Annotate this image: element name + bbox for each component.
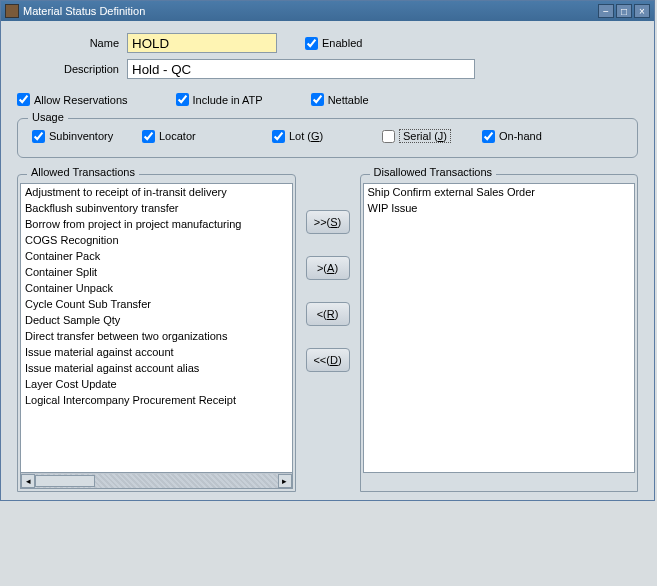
content-area: Name Enabled Description Allow Reservati… [1, 21, 654, 500]
list-item[interactable]: Ship Confirm external Sales Order [364, 184, 635, 200]
list-item[interactable]: Direct transfer between two organization… [21, 328, 292, 344]
allowed-hscroll[interactable]: ◂ ▸ [20, 473, 293, 489]
maximize-button[interactable]: □ [616, 4, 632, 18]
shuttle-buttons: >>(S) >(A) <(R) <<(D) [304, 174, 352, 492]
onhand-checkbox[interactable]: On-hand [482, 130, 592, 143]
allowed-legend: Allowed Transactions [27, 166, 139, 178]
usage-fieldset: Usage Subinventory Locator Lot (G) Seria… [17, 118, 638, 158]
description-label: Description [17, 63, 127, 75]
scroll-left-icon[interactable]: ◂ [21, 474, 35, 488]
scroll-right-icon[interactable]: ▸ [278, 474, 292, 488]
allowed-transactions-list[interactable]: Adjustment to receipt of in-transit deli… [20, 183, 293, 473]
nettable-checkbox[interactable]: Nettable [311, 93, 369, 106]
list-item[interactable]: Layer Cost Update [21, 376, 292, 392]
move-all-right-button[interactable]: >>(S) [306, 210, 350, 234]
list-item[interactable]: Backflush subinventory transfer [21, 200, 292, 216]
allow-reservations-checkbox[interactable]: Allow Reservations [17, 93, 128, 106]
name-label: Name [17, 37, 127, 49]
disallowed-legend: Disallowed Transactions [370, 166, 497, 178]
allowed-transactions-panel: Allowed Transactions Adjustment to recei… [17, 174, 296, 492]
list-item[interactable]: Issue material against account alias [21, 360, 292, 376]
move-one-left-button[interactable]: <(R) [306, 302, 350, 326]
disallowed-transactions-list[interactable]: Ship Confirm external Sales OrderWIP Iss… [363, 183, 636, 473]
list-item[interactable]: Deduct Sample Qty [21, 312, 292, 328]
list-item[interactable]: Logical Intercompany Procurement Receipt [21, 392, 292, 408]
include-atp-checkbox[interactable]: Include in ATP [176, 93, 263, 106]
minimize-button[interactable]: − [598, 4, 614, 18]
enabled-checkbox[interactable]: Enabled [305, 37, 362, 50]
list-item[interactable]: WIP Issue [364, 200, 635, 216]
list-item[interactable]: Issue material against account [21, 344, 292, 360]
list-item[interactable]: Container Pack [21, 248, 292, 264]
list-item[interactable]: Cycle Count Sub Transfer [21, 296, 292, 312]
list-item[interactable]: Adjustment to receipt of in-transit deli… [21, 184, 292, 200]
list-item[interactable]: Container Unpack [21, 280, 292, 296]
description-input[interactable] [127, 59, 475, 79]
serial-checkbox[interactable]: Serial (J) [382, 129, 482, 143]
disallowed-transactions-panel: Disallowed Transactions Ship Confirm ext… [360, 174, 639, 492]
locator-checkbox[interactable]: Locator [142, 130, 272, 143]
move-all-left-button[interactable]: <<(D) [306, 348, 350, 372]
list-item[interactable]: COGS Recognition [21, 232, 292, 248]
list-item[interactable]: Container Split [21, 264, 292, 280]
titlebar: Material Status Definition − □ × [1, 1, 654, 21]
lot-checkbox[interactable]: Lot (G) [272, 130, 382, 143]
close-button[interactable]: × [634, 4, 650, 18]
window-title: Material Status Definition [23, 5, 598, 17]
window: Material Status Definition − □ × Name En… [0, 0, 655, 501]
list-item[interactable]: Borrow from project in project manufactu… [21, 216, 292, 232]
name-input[interactable] [127, 33, 277, 53]
subinventory-checkbox[interactable]: Subinventory [32, 130, 142, 143]
window-icon [5, 4, 19, 18]
move-one-right-button[interactable]: >(A) [306, 256, 350, 280]
usage-legend: Usage [28, 111, 68, 123]
